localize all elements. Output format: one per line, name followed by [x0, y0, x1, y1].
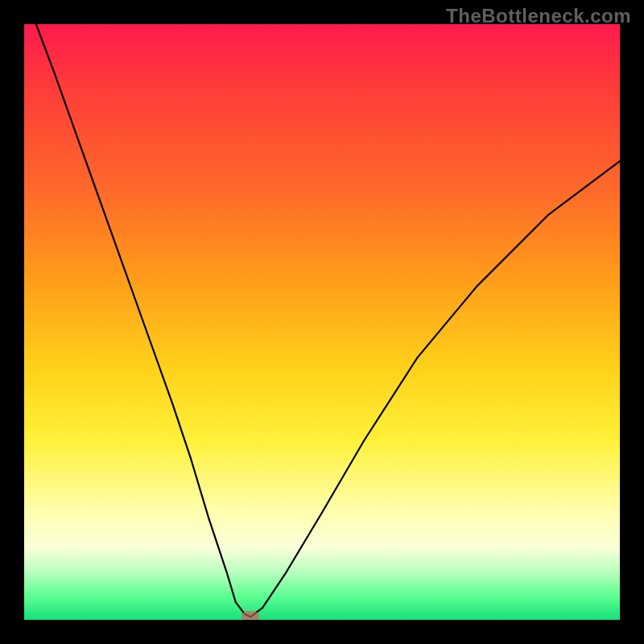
plot-area	[24, 24, 620, 620]
curve-svg	[24, 24, 620, 620]
watermark-text: TheBottleneck.com	[446, 5, 631, 27]
min-marker-icon	[242, 611, 259, 620]
chart-stage: TheBottleneck.com	[0, 0, 644, 644]
bottleneck-curve	[36, 24, 620, 617]
